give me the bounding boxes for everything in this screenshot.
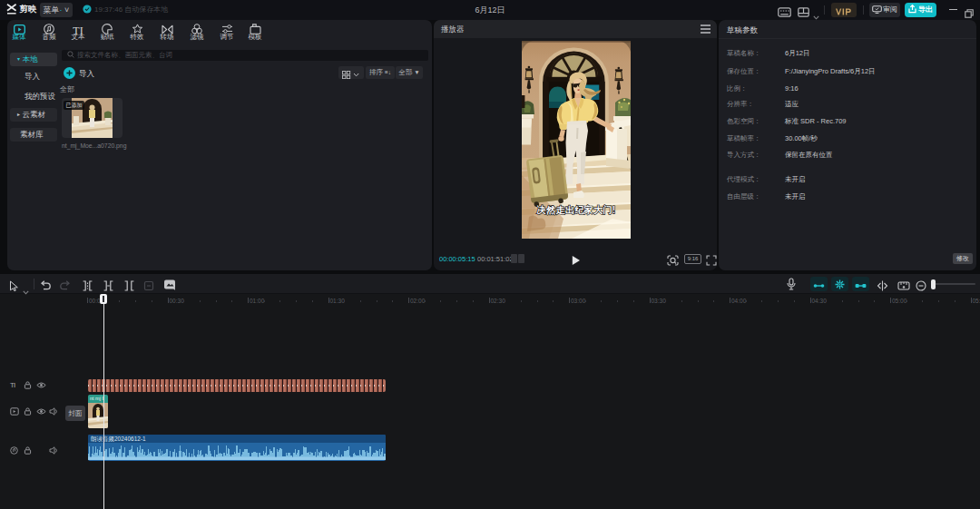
svg-text:决然走出纪家大门!: 决然走出纪家大门! bbox=[536, 204, 616, 215]
